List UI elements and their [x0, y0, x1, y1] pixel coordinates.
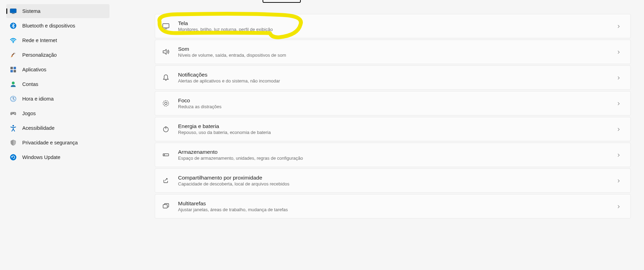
svg-point-24 [164, 154, 165, 155]
person-icon [10, 81, 17, 88]
chevron-right-icon [617, 178, 621, 183]
svg-point-6 [14, 53, 16, 54]
svg-rect-17 [163, 24, 169, 28]
system-icon [10, 8, 17, 15]
card-foco[interactable]: Foco Reduza as distrações [155, 91, 631, 116]
wifi-icon [10, 37, 17, 44]
share-icon [161, 176, 170, 185]
sidebar-item-label: Acessibilidade [22, 125, 55, 131]
svg-point-4 [13, 42, 14, 43]
card-multitarefas[interactable]: Multitarefas Ajustar janelas, áreas de t… [155, 194, 631, 219]
paintbrush-icon [10, 51, 17, 58]
card-tela[interactable]: Tela Monitores, brilho, luz noturna, per… [155, 14, 631, 38]
card-title: Notificações [178, 71, 617, 78]
card-subtitle: Alertas de aplicativos e do sistema, não… [178, 78, 617, 84]
sidebar-item-label: Personalização [22, 52, 57, 58]
header-stub: Renomear [263, 0, 335, 3]
card-subtitle: Capacidade de descoberta, local de arqui… [178, 181, 617, 187]
update-icon [10, 154, 17, 161]
card-som[interactable]: Som Níveis de volume, saída, entrada, di… [155, 40, 631, 64]
chevron-right-icon [617, 75, 621, 80]
focus-icon [161, 99, 170, 108]
svg-point-19 [163, 101, 169, 106]
card-compartilhamento[interactable]: Compartilhamento por proximidade Capacid… [155, 168, 631, 193]
accessibility-icon [10, 125, 17, 132]
card-subtitle: Reduza as distrações [178, 104, 617, 110]
card-title: Compartilhamento por proximidade [178, 174, 617, 181]
sidebar-item-label: Aplicativos [22, 67, 46, 72]
svg-rect-9 [10, 70, 13, 72]
svg-rect-25 [163, 205, 167, 208]
sidebar-item-acessibilidade[interactable]: Acessibilidade [6, 121, 110, 135]
svg-rect-7 [10, 67, 13, 69]
svg-rect-0 [10, 9, 16, 13]
sidebar-item-sistema[interactable]: Sistema [6, 4, 110, 18]
sidebar-item-personalizacao[interactable]: Personalização [6, 48, 110, 62]
sidebar-item-label: Windows Update [22, 154, 61, 160]
card-title: Multitarefas [178, 200, 617, 207]
card-title: Armazenamento [178, 149, 617, 155]
chevron-right-icon [617, 152, 621, 157]
card-notificacoes[interactable]: Notificações Alertas de aplicativos e do… [155, 65, 631, 90]
sidebar-item-hora[interactable]: Hora e idioma [6, 92, 110, 106]
card-title: Energia e bateria [178, 123, 617, 129]
svg-point-16 [10, 154, 16, 160]
power-icon [161, 125, 170, 134]
header-button-cutoff[interactable] [263, 0, 301, 3]
bell-icon [161, 73, 170, 82]
sound-icon [161, 47, 170, 56]
multitask-icon [161, 202, 170, 211]
gamepad-icon [10, 110, 17, 117]
sidebar-item-contas[interactable]: Contas [6, 77, 110, 91]
card-subtitle: Monitores, brilho, luz noturna, perfil d… [178, 26, 617, 33]
storage-icon [161, 150, 170, 159]
main-content: Renomear Tela Monitores, brilho, luz not… [110, 0, 644, 270]
card-subtitle: Espaço de armazenamento, unidades, regra… [178, 155, 617, 161]
card-subtitle: Ajustar janelas, áreas de trabalho, muda… [178, 207, 617, 213]
card-subtitle: Níveis de volume, saída, entrada, dispos… [178, 52, 617, 58]
sidebar-nav: Sistema Bluetooth e dispositivos Rede e … [0, 0, 110, 270]
card-energia[interactable]: Energia e bateria Repouso, uso da bateri… [155, 117, 631, 141]
sidebar-item-privacidade[interactable]: Privacidade e segurança [6, 136, 110, 150]
svg-point-20 [165, 102, 167, 105]
card-title: Foco [178, 97, 617, 104]
svg-point-14 [15, 113, 15, 114]
sidebar-item-label: Rede e Internet [22, 38, 57, 43]
sidebar-item-label: Jogos [22, 111, 36, 116]
sidebar-item-label: Privacidade e segurança [22, 140, 78, 145]
svg-point-11 [12, 82, 15, 85]
sidebar-item-label: Contas [22, 81, 38, 87]
sidebar-item-jogos[interactable]: Jogos [6, 106, 110, 120]
settings-card-list: Tela Monitores, brilho, luz noturna, per… [155, 14, 631, 219]
sidebar-item-label: Bluetooth e dispositivos [22, 23, 75, 29]
chevron-right-icon [617, 101, 621, 106]
card-subtitle: Repouso, uso da bateria, economia de bat… [178, 129, 617, 136]
chevron-right-icon [617, 127, 621, 132]
card-title: Som [178, 46, 617, 52]
svg-rect-10 [14, 70, 16, 72]
bluetooth-icon [10, 22, 17, 29]
sidebar-item-rede[interactable]: Rede e Internet [6, 33, 110, 47]
card-armazenamento[interactable]: Armazenamento Espaço de armazenamento, u… [155, 143, 631, 167]
shield-icon [10, 139, 17, 146]
svg-point-13 [14, 113, 15, 113]
sidebar-item-label: Hora e idioma [22, 96, 54, 102]
sidebar-item-label: Sistema [22, 8, 40, 14]
svg-rect-8 [14, 67, 16, 69]
chevron-right-icon [617, 49, 621, 54]
sidebar-item-aplicativos[interactable]: Aplicativos [6, 63, 110, 77]
chevron-right-icon [617, 204, 621, 209]
chevron-right-icon [617, 24, 621, 29]
display-icon [161, 22, 170, 31]
card-title: Tela [178, 20, 617, 26]
header-rename-label[interactable]: Renomear [313, 0, 335, 0]
clock-globe-icon [10, 95, 17, 102]
sidebar-item-bluetooth[interactable]: Bluetooth e dispositivos [6, 19, 110, 33]
svg-rect-2 [12, 13, 15, 14]
apps-icon [10, 66, 17, 73]
svg-point-15 [13, 125, 14, 126]
sidebar-item-update[interactable]: Windows Update [6, 150, 110, 164]
